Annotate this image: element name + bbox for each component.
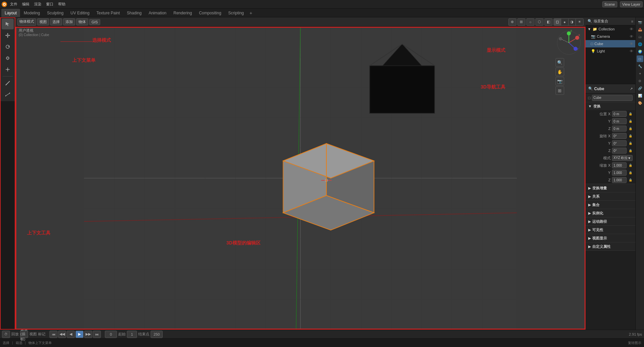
prop-tab-output[interactable]: 📤	[637, 26, 643, 33]
wireframe-mode-btn[interactable]: ◻	[554, 19, 561, 25]
jump-end-btn[interactable]: ⏭	[93, 331, 101, 338]
rotation-y-lock[interactable]: 🔒	[628, 141, 633, 146]
menu-edit[interactable]: 编辑	[20, 1, 31, 7]
rotation-x-input[interactable]: 0°	[612, 133, 627, 139]
overlay-btn[interactable]: ⬡	[535, 18, 543, 26]
prev-frame-btn[interactable]: ◀◀	[58, 331, 66, 338]
toolbar-rotate[interactable]	[2, 41, 14, 52]
proportional-btn[interactable]: ○	[526, 18, 534, 26]
collection-visibility[interactable]: 👁	[630, 27, 633, 31]
location-z-input[interactable]: 0 m	[612, 126, 627, 132]
tab-rendering[interactable]: Rendering	[170, 9, 195, 17]
playback-type-btn[interactable]: 摄像(插帧)	[20, 331, 28, 338]
scale-z-input[interactable]: 1.000	[612, 177, 627, 183]
view-menu[interactable]: 视图	[37, 18, 49, 25]
prop-tab-material[interactable]: 🎨	[637, 100, 643, 106]
scale-y-lock[interactable]: 🔒	[628, 170, 633, 175]
scale-x-input[interactable]: 1.000	[612, 162, 627, 168]
toolbar-annotate[interactable]	[2, 78, 14, 89]
custom-props-header[interactable]: ▶ 自定义属性	[586, 242, 635, 250]
outliner-item-cube[interactable]: □ Cube 👁	[586, 40, 635, 47]
tab-scripting[interactable]: Scripting	[225, 9, 247, 17]
grid-view-icon[interactable]: ⊞	[555, 86, 564, 95]
toolbar-move[interactable]	[2, 30, 14, 41]
transform-section-header[interactable]: ▼ 变换	[586, 102, 635, 110]
prop-tab-view-layer[interactable]: 🗂	[637, 33, 643, 40]
start-frame-input[interactable]: 1	[127, 331, 137, 338]
menu-window[interactable]: 窗口	[44, 1, 55, 7]
tab-sculpting[interactable]: Sculpting	[44, 9, 67, 17]
properties-filter-icon[interactable]: 🔍	[588, 86, 593, 91]
render-mode-btn[interactable]: ☀	[576, 19, 583, 25]
menu-render[interactable]: 渲染	[32, 1, 43, 7]
prev-keyframe-btn[interactable]: ◀	[67, 331, 75, 338]
next-keyframe-btn[interactable]: ▶▶	[84, 331, 92, 338]
zoom-icon[interactable]: 🔍	[555, 58, 564, 67]
toolbar-measure[interactable]	[2, 89, 14, 100]
outliner-item-light[interactable]: 💡 Light 👁	[586, 47, 635, 55]
prop-tab-world[interactable]: 🌍	[637, 48, 643, 55]
object-data-name-input[interactable]: Cube	[592, 95, 633, 101]
prop-tab-particles[interactable]: ✦	[637, 70, 643, 77]
scale-y-input[interactable]: 1.000	[612, 170, 627, 176]
view-layer-selector[interactable]: View Layer	[620, 1, 643, 7]
gis-menu[interactable]: GIS	[89, 19, 100, 25]
tab-shading[interactable]: Shading	[124, 9, 145, 17]
viewport-display-header[interactable]: ▶ 视图显示	[586, 234, 635, 242]
global-orientation-btn[interactable]: ⊕	[508, 18, 516, 26]
jump-start-btn[interactable]: ⏮	[49, 331, 57, 338]
prop-tab-constraints[interactable]: 🔗	[637, 85, 643, 92]
toolbar-transform[interactable]	[2, 64, 14, 75]
rotation-y-input[interactable]: 0°	[612, 140, 627, 146]
viewport-area[interactable]: 物体模式 视图 选择 添加 物体 GIS ⊕ ⊞ ○ ⬡ ◧ ◻ ●	[15, 17, 586, 330]
outliner-filter[interactable]: ≡	[631, 19, 633, 23]
scene-selector[interactable]: Scene	[602, 1, 617, 7]
xray-btn[interactable]: ◧	[544, 18, 552, 26]
prop-tab-scene[interactable]: 🌐	[637, 41, 643, 47]
rotation-z-lock[interactable]: 🔒	[628, 148, 633, 153]
menu-help[interactable]: 帮助	[56, 1, 67, 7]
light-visibility[interactable]: 👁	[630, 49, 633, 53]
prop-tab-object[interactable]: □	[637, 55, 643, 62]
location-x-input[interactable]: 0 m	[612, 111, 627, 117]
outliner-item-collection[interactable]: ▼ 📁 Collection 👁	[586, 25, 635, 33]
select-menu[interactable]: 选择	[50, 18, 62, 25]
relations-header[interactable]: ▶ 关系	[586, 192, 635, 200]
tab-uv-editing[interactable]: UV Editing	[67, 9, 93, 17]
play-btn[interactable]: ▶	[75, 331, 84, 338]
instancing-header[interactable]: ▶ 实例化	[586, 209, 635, 217]
location-z-lock[interactable]: 🔒	[628, 126, 633, 131]
snap-btn[interactable]: ⊞	[517, 18, 525, 26]
motion-path-header[interactable]: ▶ 运动路径	[586, 217, 635, 225]
tab-compositing[interactable]: Compositing	[196, 9, 225, 17]
solid-mode-btn[interactable]: ●	[561, 19, 569, 25]
menu-file[interactable]: 文件	[8, 1, 19, 7]
scale-x-lock[interactable]: 🔒	[628, 163, 633, 168]
add-workspace-button[interactable]: +	[248, 10, 254, 16]
lookdev-mode-btn[interactable]: ◑	[569, 19, 576, 25]
prop-tab-modifiers[interactable]: 🔧	[637, 63, 643, 69]
tab-modeling[interactable]: Modeling	[20, 9, 43, 17]
prop-tab-physics[interactable]: ⚙	[637, 77, 643, 84]
rotation-x-lock[interactable]: 🔒	[628, 134, 633, 138]
viewport-canvas[interactable]	[15, 27, 586, 330]
location-y-input[interactable]: 0 m	[612, 118, 627, 124]
rotation-z-input[interactable]: 0°	[612, 148, 627, 154]
end-frame-input[interactable]: 250	[151, 331, 163, 338]
cube-visibility[interactable]: 👁	[630, 42, 633, 46]
location-y-lock[interactable]: 🔒	[628, 119, 633, 124]
current-frame-input[interactable]: 0	[105, 331, 117, 338]
scale-z-lock[interactable]: 🔒	[628, 178, 633, 182]
rotation-mode-select[interactable]: XYZ 欧拉 ▼	[612, 155, 633, 161]
tab-texture-paint[interactable]: Texture Paint	[93, 9, 123, 17]
collections-header[interactable]: ▶ 集合	[586, 201, 635, 209]
navigation-gizmo[interactable]: X Y Z	[555, 29, 582, 56]
toolbar-scale[interactable]	[2, 53, 14, 63]
camera-view-icon[interactable]: 📷	[555, 77, 564, 85]
visibility-header[interactable]: ▶ 可见性	[586, 226, 635, 234]
tab-animation[interactable]: Animation	[145, 9, 170, 17]
camera-visibility[interactable]: 👁	[630, 34, 633, 38]
properties-expand-icon[interactable]: ↗	[630, 87, 633, 91]
outliner-item-camera[interactable]: 📷 Camera 👁	[586, 33, 635, 40]
hand-pan-icon[interactable]: ✋	[555, 67, 564, 76]
